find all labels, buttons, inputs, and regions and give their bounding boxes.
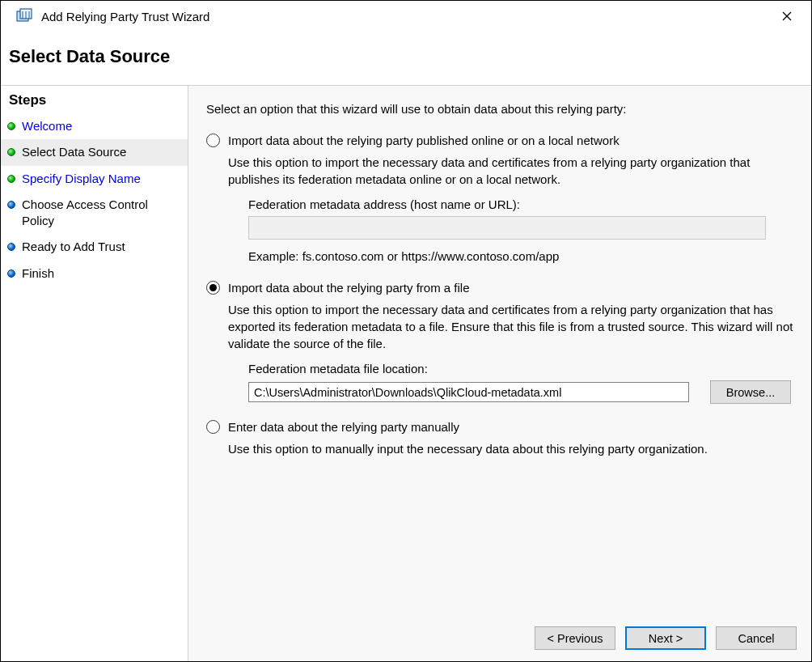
previous-button[interactable]: < Previous <box>535 626 615 650</box>
step-ready-to-add-trust[interactable]: Ready to Add Trust <box>1 234 188 260</box>
titlebar: Add Relying Party Trust Wizard <box>1 1 811 32</box>
option-enter-manually: Enter data about the relying party manua… <box>206 418 793 457</box>
window-title: Add Relying Party Trust Wizard <box>41 10 771 23</box>
step-finish[interactable]: Finish <box>1 261 188 286</box>
radio-enter-manually[interactable] <box>206 420 220 434</box>
step-select-data-source[interactable]: Select Data Source <box>1 139 188 165</box>
step-welcome[interactable]: Welcome <box>1 113 188 139</box>
content-area: Select an option that this wizard will u… <box>188 86 811 617</box>
step-specify-display-name[interactable]: Specify Display Name <box>1 166 188 192</box>
bullet-icon <box>7 201 15 209</box>
option-desc: Use this option to manually input the ne… <box>228 440 793 457</box>
bullet-icon <box>7 243 15 251</box>
footer: < Previous Next > Cancel <box>188 617 811 661</box>
example-text: Example: fs.contoso.com or https://www.c… <box>248 248 793 265</box>
next-button[interactable]: Next > <box>625 626 706 650</box>
browse-button[interactable]: Browse... <box>710 380 791 404</box>
radio-label: Enter data about the relying party manua… <box>228 418 459 435</box>
radio-import-file[interactable] <box>206 281 220 295</box>
radio-import-online[interactable] <box>206 134 220 147</box>
step-label: Choose Access Control Policy <box>22 197 181 230</box>
field-label-file-location: Federation metadata file location: <box>248 360 793 377</box>
step-label: Specify Display Name <box>22 171 141 187</box>
cancel-button[interactable]: Cancel <box>716 626 797 650</box>
step-choose-access-control[interactable]: Choose Access Control Policy <box>1 192 188 235</box>
bullet-icon <box>7 269 15 278</box>
page-title: Select Data Source <box>1 32 811 85</box>
close-icon <box>782 11 792 21</box>
close-button[interactable] <box>771 4 803 28</box>
metadata-file-input[interactable] <box>248 382 689 402</box>
intro-text: Select an option that this wizard will u… <box>206 100 793 117</box>
bullet-icon <box>7 122 15 130</box>
step-label: Select Data Source <box>22 144 126 160</box>
radio-label: Import data about the relying party publ… <box>228 132 620 149</box>
option-import-file: Import data about the relying party from… <box>206 279 793 404</box>
step-label: Finish <box>22 265 54 282</box>
app-icon <box>15 7 33 25</box>
option-desc: Use this option to import the necessary … <box>228 154 793 188</box>
option-import-online: Import data about the relying party publ… <box>206 132 793 265</box>
step-label: Welcome <box>22 118 72 134</box>
field-label-metadata-address: Federation metadata address (host name o… <box>248 196 793 213</box>
radio-label: Import data about the relying party from… <box>228 279 469 296</box>
step-label: Ready to Add Trust <box>22 239 125 255</box>
bullet-icon <box>7 148 15 156</box>
option-desc: Use this option to import the necessary … <box>228 301 793 352</box>
steps-header: Steps <box>1 87 188 113</box>
steps-sidebar: Steps Welcome Select Data Source Specify… <box>1 85 188 661</box>
metadata-address-input <box>248 216 766 240</box>
content-wrap: Select an option that this wizard will u… <box>188 85 811 661</box>
main-area: Steps Welcome Select Data Source Specify… <box>1 85 811 661</box>
bullet-icon <box>7 175 15 183</box>
